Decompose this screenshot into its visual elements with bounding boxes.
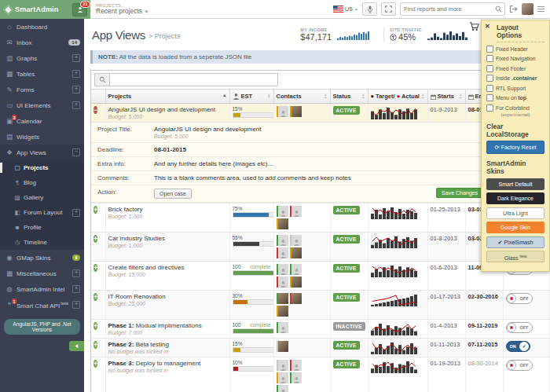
voice-command-button[interactable]	[362, 2, 377, 16]
checkbox[interactable]	[486, 104, 493, 112]
language-selector[interactable]: US ▼	[333, 5, 358, 13]
expand-row-icon[interactable]: +	[94, 206, 97, 214]
contact-avatar[interactable]	[277, 206, 288, 217]
cart-icon[interactable]	[469, 22, 479, 31]
sign-out-icon[interactable]	[509, 5, 518, 13]
sidebar-item-gallery[interactable]: ▨Gallery	[0, 190, 84, 205]
contact-avatar[interactable]	[277, 293, 288, 304]
checkbox[interactable]	[486, 75, 493, 82]
contact-avatar[interactable]	[290, 293, 302, 304]
column-header-status[interactable]: Status▲▼	[330, 90, 368, 104]
skin-button-pixelsmash[interactable]: ✔ PixelSmash	[486, 236, 544, 248]
contact-avatar[interactable]	[290, 206, 302, 217]
sidebar-item-miscellaneous[interactable]: ▩Miscellaneous+	[0, 266, 84, 281]
expander-cell: +	[91, 320, 105, 339]
expand-row-icon[interactable]: +	[94, 235, 97, 243]
close-icon[interactable]: ✕	[485, 24, 490, 30]
sidebar-item-gmap-skins[interactable]: ◉GMap Skins9	[0, 250, 84, 266]
search-input[interactable]	[401, 5, 495, 13]
project-selector-block[interactable]: PROJECTS: Recent projects ▼	[96, 3, 148, 15]
column-header-est[interactable]: EST▲▼	[229, 90, 273, 104]
user-avatar[interactable]	[522, 3, 534, 15]
sidebar-item-inbox[interactable]: ✉Inbox14	[0, 35, 84, 50]
sidebar-item-profile[interactable]: ☻Profile	[0, 220, 84, 235]
sidebar-item-timeline[interactable]: ◷Timeline	[0, 235, 84, 250]
skin-button-dark-elegance[interactable]: Dark Elegance	[486, 192, 544, 204]
column-header-projects[interactable]: Projects▲	[105, 90, 229, 104]
sidebar-item-smartadmin-intel[interactable]: ◍SmartAdmin Intel+	[0, 281, 84, 297]
sidebar-item-app-views[interactable]: ❖App Views−	[0, 145, 84, 160]
factory-reset-button[interactable]: ⟳ Factory Reset	[486, 141, 544, 154]
search-icon[interactable]	[495, 5, 502, 13]
layout-checkbox-fixed-header[interactable]: Fixed Header	[486, 46, 544, 53]
expand-row-icon[interactable]: +	[94, 264, 97, 272]
skin-button-glass[interactable]: Glass beta	[486, 251, 544, 262]
contact-avatar[interactable]	[290, 264, 302, 275]
contact-avatar[interactable]	[290, 106, 302, 117]
contact-avatar[interactable]	[277, 322, 288, 333]
contact-avatar[interactable]	[277, 235, 288, 246]
expand-row-icon[interactable]: +	[94, 322, 97, 330]
contact-avatar[interactable]	[290, 247, 302, 258]
column-header-starts[interactable]: Starts▲▼	[427, 90, 465, 104]
sidebar-item-graphs[interactable]: ▥Graphs+	[0, 50, 84, 66]
layout-checkbox-for-colorblind[interactable]: For Colorblind	[486, 104, 544, 112]
contact-avatar[interactable]	[277, 264, 288, 275]
project-selector[interactable]: Recent projects	[96, 7, 142, 15]
checkbox[interactable]	[486, 46, 493, 53]
contact-avatar[interactable]	[277, 247, 288, 258]
row-toggle-switch[interactable]: ON✔	[506, 341, 530, 352]
contact-avatar[interactable]	[277, 385, 288, 392]
sidebar-item-forum-layout[interactable]: ◧Forum Layout+	[0, 205, 84, 220]
contact-avatar[interactable]	[277, 341, 288, 352]
layout-checkbox-rtl-support[interactable]: RTL Support	[486, 85, 544, 92]
layout-checkbox-fixed-footer[interactable]: Fixed Footer	[486, 65, 544, 72]
activity-button[interactable]: 21	[72, 3, 87, 16]
layout-checkbox-menu-on[interactable]: Menu on top	[486, 94, 544, 101]
contact-avatar[interactable]	[277, 306, 288, 317]
contact-avatar[interactable]	[290, 277, 302, 288]
expand-row-icon[interactable]: +	[94, 341, 97, 349]
menu-toggle-icon[interactable]	[537, 6, 544, 13]
sidebar-item-ui-elements[interactable]: ▭UI Elements+	[0, 97, 84, 113]
checkbox[interactable]	[486, 85, 493, 92]
sidebar-item-smart-chat-api[interactable]: ❝1Smart Chat APIbeta+	[0, 297, 84, 313]
layout-checkbox-inside[interactable]: Inside .container	[486, 75, 544, 82]
contact-avatar[interactable]	[277, 218, 288, 229]
expand-row-icon[interactable]: +	[94, 360, 97, 368]
row-toggle-switch[interactable]: ✖OFF	[506, 360, 533, 371]
sidebar-collapse-button[interactable]	[69, 341, 84, 351]
save-changes-button[interactable]: Save Changes	[436, 188, 483, 198]
checkbox[interactable]	[486, 65, 493, 72]
sidebar-item-blog[interactable]: ¶Blog	[0, 175, 84, 190]
checkbox[interactable]	[486, 55, 493, 62]
sidebar-item-projects[interactable]: ▢Projects	[0, 160, 84, 175]
row-toggle-switch[interactable]: ✖OFF	[506, 322, 533, 333]
skin-button-smart-default[interactable]: Smart Default	[486, 178, 544, 190]
checkbox[interactable]	[486, 94, 493, 101]
sidebar-item-tables[interactable]: ▦Tables+	[0, 66, 84, 82]
sidebar-item-widgets[interactable]: ▤Widgets	[0, 129, 84, 145]
column-header-target-actual[interactable]: ● Target/ ● Actual▲▼	[368, 90, 427, 104]
column-header-contacts[interactable]: Contacts▲▼	[273, 90, 330, 104]
sidebar-item-forms[interactable]: ✎Forms+	[0, 82, 84, 97]
contact-avatar[interactable]	[277, 360, 288, 371]
contact-avatar[interactable]	[290, 372, 302, 383]
contact-avatar[interactable]	[290, 235, 302, 246]
contact-avatar[interactable]	[277, 277, 288, 288]
sidebar-item-dashboard[interactable]: ⌂Dashboard	[0, 19, 84, 35]
expand-row-icon[interactable]: +	[94, 293, 97, 301]
sidebar-item-calendar[interactable]: ▣3Calendar	[0, 113, 84, 129]
contact-avatar[interactable]	[277, 106, 288, 117]
layout-checkbox-fixed-navigation[interactable]: Fixed Navigation	[486, 55, 544, 62]
fullscreen-button[interactable]	[381, 2, 396, 16]
contact-avatar[interactable]	[277, 372, 288, 383]
contact-avatar[interactable]	[290, 360, 302, 371]
collapse-row-icon[interactable]: −	[94, 106, 97, 114]
versions-button[interactable]: AngularJS, PHP and .Net Versions	[4, 319, 80, 335]
skin-button-google-skin[interactable]: Google Skin	[486, 222, 544, 233]
row-toggle-switch[interactable]: ✖OFF	[506, 293, 533, 304]
open-case-button[interactable]: Open case	[154, 189, 192, 199]
skin-button-ultra-light[interactable]: Ultra Light	[486, 207, 544, 219]
table-filter-input[interactable]	[110, 74, 277, 86]
